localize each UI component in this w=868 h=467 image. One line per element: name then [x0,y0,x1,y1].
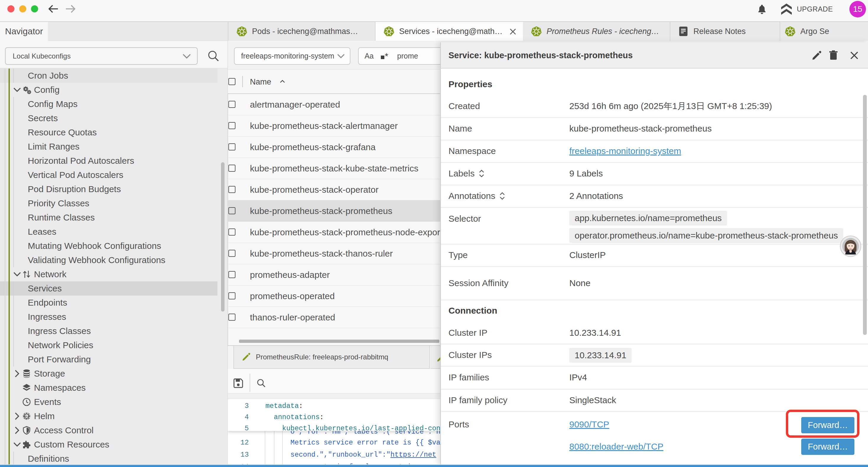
svg-text:HELM: HELM [24,415,30,417]
